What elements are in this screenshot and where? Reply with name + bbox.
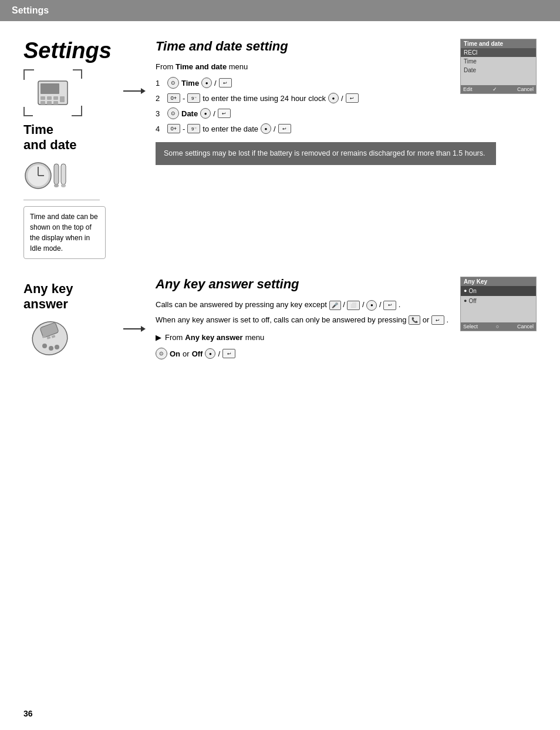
- from-menu-2: ▶ From Any key answer menu: [156, 333, 537, 342]
- plus-icon-2: 0+: [167, 93, 180, 103]
- screen-row-off: ● Off: [461, 296, 536, 306]
- section-time-date: Settings: [23, 39, 537, 259]
- svg-rect-6: [41, 101, 45, 105]
- screen-row-0-1: RECl: [461, 48, 536, 57]
- any-key-desc-2: When any key answer is set to off, calls…: [156, 315, 467, 325]
- main-content: Settings: [0, 21, 560, 396]
- back-icon-5: ↩: [383, 301, 396, 310]
- back-icon-1: ↩: [219, 78, 232, 88]
- corner-tr: [73, 69, 82, 79]
- screen-footer-2: Select ○ Cancel: [461, 322, 536, 331]
- connector-2: [132, 277, 156, 361]
- section-label-1: Time and date: [23, 122, 132, 153]
- right-col-1: Time and date setting Time and date RECl…: [156, 39, 537, 259]
- screen-header-2: Any Key: [461, 277, 536, 286]
- back-icon-2: ↩: [346, 93, 359, 103]
- svg-rect-2: [41, 96, 45, 100]
- ok-icon-5: ●: [366, 300, 377, 311]
- ok-icon-4: ●: [261, 123, 271, 134]
- section-label-2: Any key answer: [23, 281, 132, 312]
- page-number: 36: [23, 709, 33, 718]
- off-label: Off: [192, 349, 203, 358]
- screen-footer-1: Edit ✓ Cancel: [461, 85, 536, 93]
- clock-icon-area: [23, 158, 132, 195]
- num-icon-2: 9⁻: [187, 93, 200, 103]
- section-any-key: Any key answer: [23, 277, 537, 361]
- header-title: Settings: [12, 5, 49, 16]
- arrow-head-2: [141, 326, 146, 332]
- right-wrapper-2: Any key answer setting Any Key ● On ● Of…: [156, 277, 537, 360]
- svg-rect-13: [54, 164, 59, 184]
- svg-point-20: [49, 346, 53, 351]
- right-col-2: Any key answer setting Any Key ● On ● Of…: [156, 277, 537, 361]
- svg-rect-14: [61, 164, 66, 184]
- back-icon-4: ↩: [278, 124, 291, 133]
- step-4: 4 0+ - 9⁻ to enter the date ● / ↩: [156, 123, 537, 134]
- corner-bl: [23, 107, 33, 116]
- arrow-line-2: [123, 328, 141, 329]
- connector-1: [132, 39, 156, 259]
- svg-rect-3: [47, 96, 52, 100]
- on-label: On: [170, 349, 180, 358]
- left-col-1: Settings: [23, 39, 132, 259]
- arrow-1: [123, 88, 146, 94]
- ok-icon-1: ●: [201, 78, 212, 88]
- arrow-2: [123, 326, 146, 332]
- screen-row-1-1: Time: [461, 57, 536, 66]
- mute-icon: 🎤: [329, 301, 341, 310]
- on-off-nav-icon: ⊙: [156, 348, 167, 359]
- screen-mockup-1: Time and date RECl Time Date Edit: [460, 39, 537, 94]
- screen-mockup-2: Any Key ● On ● Off Select ○: [460, 277, 537, 331]
- ok-icon-2: ●: [328, 93, 339, 103]
- svg-point-19: [42, 344, 47, 348]
- svg-point-15: [54, 184, 59, 187]
- back-icon-6: ↩: [431, 315, 444, 325]
- nav-icon-3: ⊙: [167, 107, 179, 119]
- num-icon-4: 9⁻: [187, 124, 200, 133]
- svg-rect-8: [53, 101, 58, 105]
- screen-header-1: Time and date: [461, 39, 536, 48]
- step-3: 3 ⊙ Date ● / ↩: [156, 107, 537, 119]
- svg-rect-5: [60, 96, 65, 102]
- ok-icon-6: ●: [205, 348, 215, 359]
- back-icon-7: ↩: [222, 349, 235, 358]
- screen-row-2-1: Date: [461, 66, 536, 75]
- step-2: 2 0+ - 9⁻ to enter the time using 24 hou…: [156, 93, 537, 103]
- from-menu-bold-2: Any key answer: [185, 333, 242, 342]
- svg-point-16: [61, 184, 66, 187]
- arrow-head-1: [141, 88, 146, 94]
- back-icon-3: ↩: [218, 109, 231, 118]
- nav-icon-1: ⊙: [167, 77, 179, 89]
- green-icon: 📞: [409, 315, 420, 325]
- divider-1: [23, 200, 100, 200]
- screen-row-on: ● On: [461, 286, 536, 296]
- svg-rect-4: [53, 96, 58, 100]
- phone-svg-1: [32, 75, 73, 110]
- settings-big-title: Settings: [23, 39, 132, 63]
- icon-box-1: [23, 69, 82, 116]
- tooltip-box-1: Time and date can be shown on the top of…: [23, 206, 106, 259]
- arrow-line-1: [123, 90, 141, 92]
- phone-icon-area-2: [23, 318, 132, 361]
- header-bar: Settings: [0, 0, 560, 21]
- right-wrapper-1: Time and date setting Time and date RECl…: [156, 39, 537, 165]
- clock-svg: [23, 158, 70, 193]
- plus-icon-4: 0+: [167, 124, 180, 133]
- any-key-desc-1: Calls can be answered by pressing any ke…: [156, 300, 467, 311]
- left-col-2: Any key answer: [23, 277, 132, 361]
- end-icon: ⬜: [347, 301, 360, 310]
- notice-box-1: Some settings may be lost if the battery…: [156, 142, 496, 165]
- svg-point-21: [55, 345, 59, 349]
- svg-rect-7: [47, 101, 52, 105]
- phone-svg-2: [23, 318, 76, 359]
- on-off-step: ⊙ On or Off ● / ↩: [156, 348, 537, 359]
- ok-icon-3: ●: [200, 108, 211, 119]
- from-menu-bold-1: Time and date: [176, 62, 227, 71]
- svg-rect-1: [41, 83, 59, 94]
